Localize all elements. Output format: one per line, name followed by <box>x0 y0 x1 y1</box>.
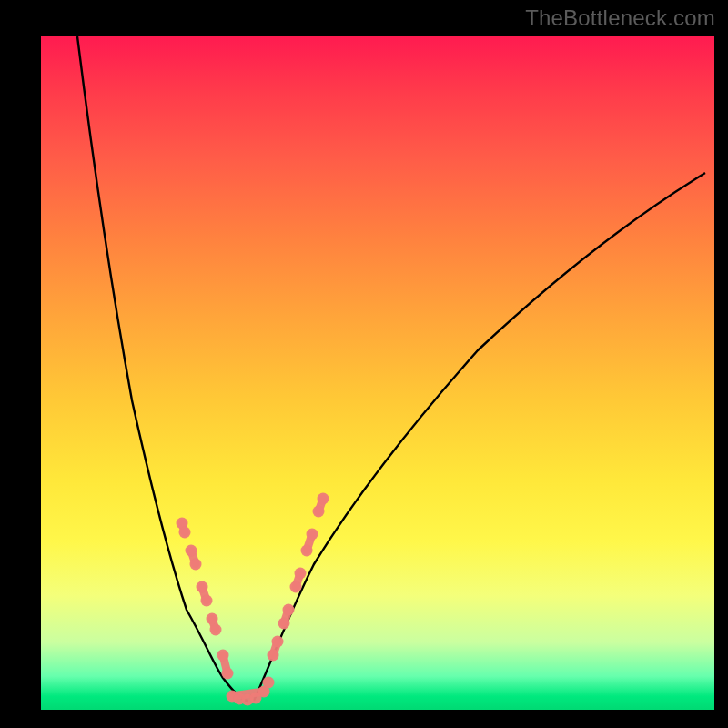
svg-point-11 <box>210 624 222 636</box>
svg-point-27 <box>283 604 295 616</box>
svg-point-13 <box>217 650 229 662</box>
bottom-dot-cluster <box>227 677 275 706</box>
left-dot-cluster <box>177 518 234 680</box>
watermark-label: TheBottleneck.com <box>525 5 715 31</box>
svg-point-32 <box>301 545 313 557</box>
svg-point-2 <box>179 527 191 539</box>
svg-point-29 <box>290 581 302 593</box>
chart-stage: TheBottleneck.com <box>0 0 728 728</box>
svg-point-21 <box>263 677 275 689</box>
svg-point-10 <box>207 613 218 625</box>
svg-point-35 <box>313 506 325 518</box>
plot-area <box>41 36 714 710</box>
svg-point-23 <box>268 650 279 662</box>
svg-point-33 <box>307 529 318 541</box>
svg-point-14 <box>222 668 234 680</box>
svg-point-26 <box>278 618 290 630</box>
svg-point-7 <box>197 581 208 593</box>
plot-svg <box>41 36 714 710</box>
right-dot-cluster <box>268 493 329 662</box>
right-curve <box>254 173 705 701</box>
left-curve <box>77 36 248 701</box>
svg-point-4 <box>186 545 197 557</box>
svg-point-5 <box>190 559 202 571</box>
svg-point-8 <box>201 595 213 607</box>
svg-point-30 <box>295 568 307 580</box>
svg-point-36 <box>318 493 329 505</box>
svg-point-24 <box>272 636 284 648</box>
